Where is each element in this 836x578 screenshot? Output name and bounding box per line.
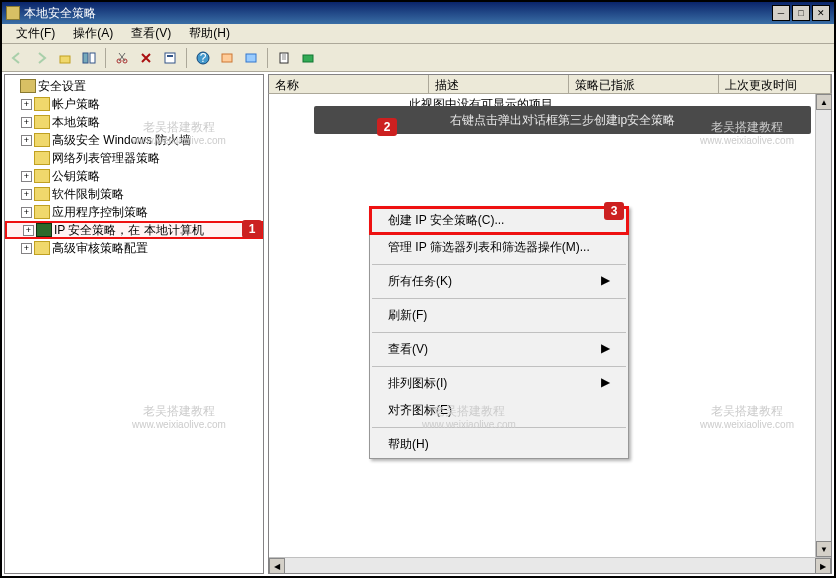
tree-item-label: 应用程序控制策略 xyxy=(52,204,148,221)
menu-help[interactable]: 帮助(H) xyxy=(181,23,238,44)
ip-security-icon xyxy=(36,223,52,237)
vertical-scrollbar[interactable]: ▲ ▼ xyxy=(815,94,831,557)
scroll-down-button[interactable]: ▼ xyxy=(816,541,832,557)
toolbar-separator xyxy=(105,48,106,68)
cm-manage-filters[interactable]: 管理 IP 筛选器列表和筛选器操作(M)... xyxy=(370,234,628,261)
up-button[interactable] xyxy=(54,47,76,69)
tree-item-label: 公钥策略 xyxy=(52,168,100,185)
cm-separator xyxy=(372,427,626,428)
window-title: 本地安全策略 xyxy=(24,5,96,22)
tree-item-label: IP 安全策略，在 本地计算机 xyxy=(54,222,204,239)
tree-item-account-policies[interactable]: + 帐户策略 xyxy=(5,95,263,113)
scroll-left-button[interactable]: ◀ xyxy=(269,558,285,574)
tree-item-label: 帐户策略 xyxy=(52,96,100,113)
folder-icon xyxy=(34,115,50,129)
tree-root-label: 安全设置 xyxy=(38,78,86,95)
tree-expander-none xyxy=(7,81,18,92)
properties-button[interactable] xyxy=(159,47,181,69)
annotation-badge-2: 2 xyxy=(377,118,397,136)
show-hide-button[interactable] xyxy=(78,47,100,69)
cm-help[interactable]: 帮助(H) xyxy=(370,431,628,458)
tree-expander-none xyxy=(21,153,32,164)
tree-item-label: 本地策略 xyxy=(52,114,100,131)
scroll-right-button[interactable]: ▶ xyxy=(815,558,831,574)
extra-button-4[interactable] xyxy=(297,47,319,69)
tree-item-network-list[interactable]: 网络列表管理器策略 xyxy=(5,149,263,167)
col-assigned[interactable]: 策略已指派 xyxy=(569,75,719,93)
tree-root[interactable]: 安全设置 xyxy=(5,77,263,95)
folder-icon xyxy=(34,205,50,219)
app-icon xyxy=(6,6,20,20)
annotation-badge-3: 3 xyxy=(604,202,624,220)
tree-item-local-policies[interactable]: + 本地策略 xyxy=(5,113,263,131)
toolbar-separator-3 xyxy=(267,48,268,68)
tree-expander[interactable]: + xyxy=(21,117,32,128)
tree-expander[interactable]: + xyxy=(21,207,32,218)
cm-separator xyxy=(372,366,626,367)
folder-icon xyxy=(34,169,50,183)
delete-button[interactable] xyxy=(135,47,157,69)
chevron-right-icon: ▶ xyxy=(601,341,610,355)
tree-expander[interactable]: + xyxy=(23,225,34,236)
tree-item-label: 高级安全 Windows 防火墙 xyxy=(52,132,191,149)
toolbar: ? xyxy=(2,44,834,72)
window-titlebar: 本地安全策略 ─ □ ✕ xyxy=(2,2,834,24)
context-menu: 创建 IP 安全策略(C)... 管理 IP 筛选器列表和筛选器操作(M)...… xyxy=(369,206,629,459)
folder-icon xyxy=(34,241,50,255)
col-name[interactable]: 名称 xyxy=(269,75,429,93)
menubar: 文件(F) 操作(A) 查看(V) 帮助(H) xyxy=(2,24,834,44)
tree-expander[interactable]: + xyxy=(21,189,32,200)
close-button[interactable]: ✕ xyxy=(812,5,830,21)
tree-item-label: 网络列表管理器策略 xyxy=(52,150,160,167)
menu-action[interactable]: 操作(A) xyxy=(65,23,121,44)
list-body[interactable]: 此视图中没有可显示的项目。 右键点击弹出对话框第三步创建ip安全策略 创建 IP… xyxy=(268,94,832,574)
tree-expander[interactable]: + xyxy=(21,99,32,110)
list-header: 名称 描述 策略已指派 上次更改时间 xyxy=(268,74,832,94)
extra-button-3[interactable] xyxy=(273,47,295,69)
cm-align-icons[interactable]: 对齐图标(E) xyxy=(370,397,628,424)
cut-button[interactable] xyxy=(111,47,133,69)
folder-icon xyxy=(34,133,50,147)
svg-rect-10 xyxy=(246,54,256,62)
tree-item-software-restrict[interactable]: + 软件限制策略 xyxy=(5,185,263,203)
col-desc[interactable]: 描述 xyxy=(429,75,569,93)
svg-rect-0 xyxy=(60,56,70,63)
tree-expander[interactable]: + xyxy=(21,243,32,254)
cm-arrange-icons[interactable]: 排列图标(I)▶ xyxy=(370,370,628,397)
scroll-up-button[interactable]: ▲ xyxy=(816,94,832,110)
cm-all-tasks[interactable]: 所有任务(K)▶ xyxy=(370,268,628,295)
extra-button-2[interactable] xyxy=(240,47,262,69)
help-button[interactable]: ? xyxy=(192,47,214,69)
cm-refresh[interactable]: 刷新(F) xyxy=(370,302,628,329)
tree-pane[interactable]: 安全设置 + 帐户策略 + 本地策略 + 高级安全 Windows 防火墙 网络… xyxy=(4,74,264,574)
maximize-button[interactable]: □ xyxy=(792,5,810,21)
annotation-tooltip-text: 右键点击弹出对话框第三步创建ip安全策略 xyxy=(450,112,675,129)
chevron-right-icon: ▶ xyxy=(601,375,610,389)
tree-item-advanced-audit[interactable]: + 高级审核策略配置 xyxy=(5,239,263,257)
tree-expander[interactable]: + xyxy=(21,135,32,146)
tree-item-label: 软件限制策略 xyxy=(52,186,124,203)
list-pane: 名称 描述 策略已指派 上次更改时间 此视图中没有可显示的项目。 右键点击弹出对… xyxy=(268,74,832,574)
menu-view[interactable]: 查看(V) xyxy=(123,23,179,44)
tree-item-public-key[interactable]: + 公钥策略 xyxy=(5,167,263,185)
back-button xyxy=(6,47,28,69)
menu-file[interactable]: 文件(F) xyxy=(8,23,63,44)
tree-item-ip-security[interactable]: + IP 安全策略，在 本地计算机 xyxy=(5,221,263,239)
col-lastmod[interactable]: 上次更改时间 xyxy=(719,75,831,93)
tree-expander[interactable]: + xyxy=(21,171,32,182)
forward-button xyxy=(30,47,52,69)
extra-button-1[interactable] xyxy=(216,47,238,69)
tree-item-windows-firewall[interactable]: + 高级安全 Windows 防火墙 xyxy=(5,131,263,149)
horizontal-scrollbar[interactable]: ◀ ▶ xyxy=(269,557,831,573)
tree-item-app-control[interactable]: + 应用程序控制策略 xyxy=(5,203,263,221)
svg-rect-1 xyxy=(83,53,88,63)
svg-text:?: ? xyxy=(200,51,207,65)
cm-separator xyxy=(372,298,626,299)
minimize-button[interactable]: ─ xyxy=(772,5,790,21)
toolbar-separator-2 xyxy=(186,48,187,68)
svg-rect-9 xyxy=(222,54,232,62)
svg-rect-5 xyxy=(165,53,175,63)
cm-view[interactable]: 查看(V)▶ xyxy=(370,336,628,363)
svg-rect-6 xyxy=(167,55,173,57)
cm-create-ip-policy[interactable]: 创建 IP 安全策略(C)... xyxy=(370,207,628,234)
